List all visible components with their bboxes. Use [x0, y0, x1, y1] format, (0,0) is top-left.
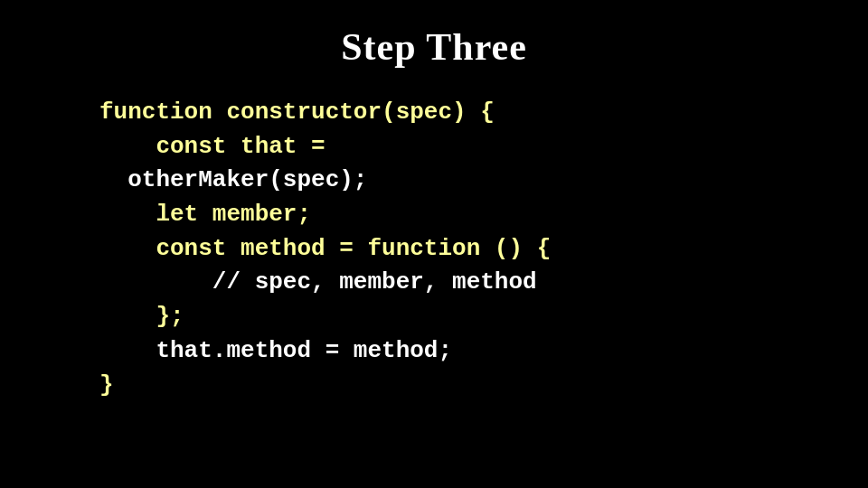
- code-line-2: const that =: [99, 130, 868, 164]
- code-line-9: }: [99, 369, 868, 403]
- page-title: Step Three: [341, 25, 527, 69]
- code-line-7: };: [99, 300, 868, 334]
- code-block: function constructor(spec) { const that …: [0, 96, 868, 402]
- code-line-5: const method = function () {: [99, 232, 868, 267]
- code-line-1: function constructor(spec) {: [99, 96, 868, 130]
- code-line-6: // spec, member, method: [99, 266, 868, 300]
- code-line-3: otherMaker(spec);: [99, 164, 868, 198]
- code-line-4: let member;: [99, 198, 868, 232]
- code-line-8: that.method = method;: [99, 334, 868, 369]
